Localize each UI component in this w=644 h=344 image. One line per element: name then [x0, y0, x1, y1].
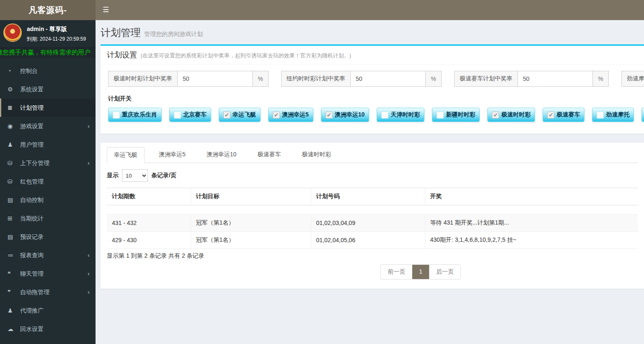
game-switch-label: 澳洲幸运5 — [282, 111, 309, 119]
page-size-select[interactable]: 10 — [122, 169, 148, 182]
percent-unit: % — [593, 71, 609, 87]
rate-label: 纽约时时彩计划中奖率 — [281, 71, 350, 87]
game-switch-button[interactable]: 极速赛车 — [543, 108, 585, 122]
sidebar-item-label: 自动拖管理 — [20, 289, 49, 295]
column-header[interactable]: 计划目标 — [191, 188, 311, 205]
checkbox-unchecked-icon[interactable] — [597, 111, 604, 119]
checkbox-unchecked-icon[interactable] — [437, 111, 444, 119]
game-switch-button[interactable]: 重庆欢乐生肖 — [108, 108, 162, 122]
chevron-left-icon: ‹ — [88, 154, 90, 172]
sidebar-item-current-stats[interactable]: ⊞ 当期统计 — [0, 209, 96, 228]
cell-numbers: 01,02,04,05,06 — [311, 232, 425, 249]
sidebar-item-label: 控制台 — [20, 67, 38, 74]
checkbox-unchecked-icon[interactable] — [113, 111, 120, 119]
cell-result: 430期开: 3,1,4,6,8,10,9,2,7,5 挂~ — [425, 232, 638, 249]
rate-input[interactable] — [177, 71, 253, 87]
chat-icon: ❝ — [8, 264, 18, 283]
checkbox-checked-icon[interactable] — [326, 111, 333, 119]
game-switch-button[interactable]: 天津时时彩 — [377, 108, 424, 122]
sidebar-item-plan-management[interactable]: ≣ 计划管理 — [0, 98, 96, 117]
checkbox-unchecked-icon[interactable] — [174, 111, 181, 119]
rate-input[interactable] — [517, 71, 593, 87]
rate-input[interactable] — [350, 71, 426, 87]
game-switch-label: 天津时时彩 — [391, 111, 420, 119]
tab-jisu-saiche[interactable]: 极速赛车 — [251, 147, 287, 163]
game-switch-row: 重庆欢乐生肖 北京赛车 幸运飞艇 澳洲幸运5 — [108, 108, 644, 122]
tab-jisu-shishicai[interactable]: 极速时时彩 — [295, 147, 338, 163]
table-row[interactable]: 429 - 430 冠军（第1名） 01,02,04,05,06 430期开: … — [107, 232, 638, 249]
app: 凡客源码- admin - 尊享版 到期: 2024-11-29 20:59:5… — [0, 0, 644, 344]
plan-settings-panel: 计划设置 (在这里可设置您的系统彩计划中奖率，起到引诱玩家去玩的效果！官方彩为随… — [101, 44, 644, 134]
sidebar-item-dashboard[interactable]: ◔ 控制台 — [0, 62, 96, 80]
sidebar-item-rebate-settings[interactable]: ☁ 回水设置 — [0, 320, 96, 338]
sidebar-item-system-settings[interactable]: ⚙ 系统设置 — [0, 80, 96, 98]
game-tabs: 幸运飞艇 澳洲幸运5 澳洲幸运10 极速赛车 极速时时彩 — [107, 145, 638, 163]
column-header[interactable]: 开奖 — [425, 188, 638, 205]
switch-section-title: 计划开关 — [108, 95, 644, 103]
tab-aozhou-xingyun5[interactable]: 澳洲幸运5 — [152, 147, 192, 163]
user-panel: admin - 尊享版 到期: 2024-11-29 20:59:59 — [0, 20, 96, 42]
cell-result: 等待 431 期开奖...计划第1期... — [425, 215, 638, 232]
tab-xingyun-feiting[interactable]: 幸运飞艇 — [107, 147, 145, 163]
sidebar-item-label: 计划管理 — [20, 104, 44, 111]
app-logo[interactable]: 凡客源码- — [0, 0, 96, 20]
panel-hint: (在这里可设置您的系统彩计划中奖率，起到引诱玩家去玩的效果！官方彩为随机计划。) — [140, 52, 351, 59]
sidebar-item-label: 红包管理 — [20, 178, 44, 185]
avatar — [3, 23, 22, 42]
next-page-button[interactable]: 后一页 — [429, 265, 460, 279]
game-switch-button[interactable]: 劲速摩托 — [592, 108, 634, 122]
report-icon: ≔ — [8, 246, 18, 264]
game-switch-button[interactable]: 幸运飞艇 — [219, 108, 261, 122]
sidebar-item-agent-promotion[interactable]: ♟ 代理推广 — [0, 301, 96, 320]
page-1-button[interactable]: 1 — [412, 265, 429, 279]
sidebar-item-label: 回水设置 — [20, 326, 44, 332]
game-switch-button[interactable]: 纽约时时彩 — [641, 108, 644, 122]
rate-inputs-row: 极速时时彩计划中奖率 % 纽约时时彩计划中奖率 % 极速赛车计划中奖率 — [108, 71, 644, 87]
sidebar-item-user-management[interactable]: ♟ 用户管理 — [0, 135, 96, 154]
sidebar-item-redpacket-management[interactable]: ⛁ 红包管理 — [0, 172, 96, 191]
cloud-download-icon: ☁ — [8, 320, 18, 338]
sidebar-item-auto-control[interactable]: ▤ 自动控制 — [0, 191, 96, 209]
checkbox-checked-icon[interactable] — [273, 111, 280, 119]
sidebar-item-label: 自动控制 — [20, 197, 44, 203]
plan-table-panel: 幸运飞艇 澳洲幸运5 澳洲幸运10 极速赛车 极速时时彩 显示 10 条记录/页 — [101, 143, 644, 289]
sidebar-item-game-settings[interactable]: ◉ 游戏设置 ‹ — [0, 117, 96, 135]
database-icon: ⛁ — [8, 154, 18, 172]
game-switch-button[interactable]: 澳洲幸运5 — [268, 108, 313, 122]
checkbox-checked-icon[interactable] — [223, 111, 230, 119]
sidebar-item-auto-bot-management[interactable]: ❞ 自动拖管理 ‹ — [0, 283, 96, 301]
sidebar-item-updown-management[interactable]: ⛁ 上下分管理 ‹ — [0, 154, 96, 172]
rate-label: 极速赛车计划中奖率 — [454, 71, 517, 87]
paper-plane-icon: ✈ — [8, 338, 18, 344]
cell-issue: 429 - 430 — [107, 232, 191, 249]
sidebar-item-report-query[interactable]: ≔ 报表查询 ‹ — [0, 246, 96, 264]
panel-title: 计划设置 — [107, 51, 137, 59]
game-switch-label: 劲速摩托 — [606, 111, 629, 119]
announcement-text: 邀您携手共赢，有特殊需求的用户 — [0, 47, 91, 58]
game-switch-button[interactable]: 极速时时彩 — [487, 108, 535, 122]
table-row[interactable]: 431 - 432 冠军（第1名） 01,02,03,04,09 等待 431 … — [107, 215, 638, 232]
gamepad-icon: ◉ — [8, 117, 18, 135]
sidebar-item-preset-records[interactable]: ▤ 预设记录 — [0, 228, 96, 246]
game-switch-label: 北京赛车 — [183, 111, 207, 119]
game-switch-button[interactable]: 新疆时时彩 — [432, 108, 480, 122]
game-switch-label: 幸运飞艇 — [233, 111, 256, 119]
user-plus-icon: ♟ — [8, 301, 18, 320]
sidebar-item-chat-management[interactable]: ❝ 聊天管理 ‹ — [0, 264, 96, 283]
prev-page-button[interactable]: 前一页 — [381, 265, 412, 279]
cart-icon: ⊞ — [8, 209, 18, 228]
checkbox-checked-icon[interactable] — [547, 111, 554, 119]
sidebar-item-label: 游戏设置 — [20, 123, 44, 129]
column-header[interactable]: 计划号码 — [311, 188, 425, 205]
tab-aozhou-xingyun10[interactable]: 澳洲幸运10 — [200, 147, 243, 163]
checkbox-checked-icon[interactable] — [492, 111, 499, 119]
game-switch-button[interactable]: 北京赛车 — [169, 108, 211, 122]
sidebar-item-fly-order-system[interactable]: ✈ 飞单系统 ‹ — [0, 338, 96, 344]
page-size-row: 显示 10 条记录/页 — [107, 169, 638, 182]
column-header[interactable]: 计划期数 — [107, 188, 191, 205]
hamburger-menu-icon[interactable]: ☰ — [96, 0, 116, 20]
chevron-left-icon: ‹ — [88, 117, 90, 135]
percent-unit: % — [253, 71, 269, 87]
checkbox-unchecked-icon[interactable] — [381, 111, 388, 119]
game-switch-button[interactable]: 澳洲幸运10 — [321, 108, 370, 122]
